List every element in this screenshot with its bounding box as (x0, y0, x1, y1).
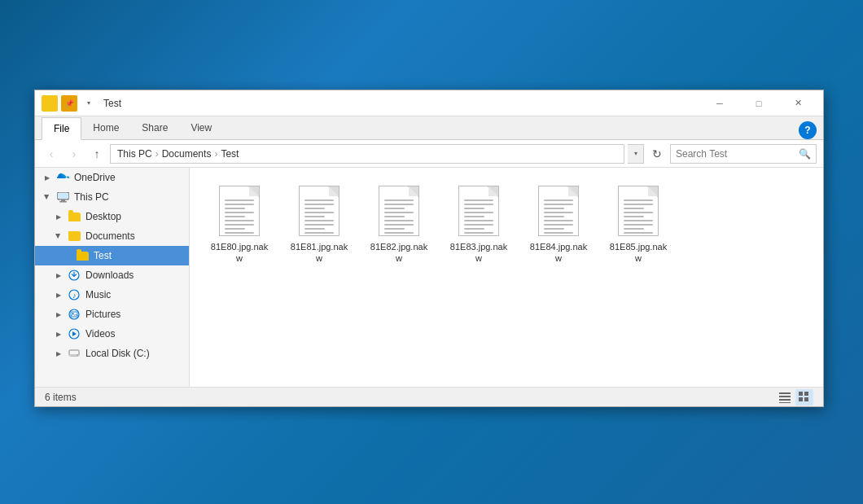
downloads-icon (68, 269, 81, 282)
minimize-button[interactable]: ─ (701, 90, 738, 116)
status-bar: 6 items (35, 387, 823, 406)
breadcrumb-sep2: › (214, 148, 217, 160)
file-grid: 81E80.jpg.nakw (203, 177, 810, 273)
sidebar-item-localdisk[interactable]: ▶ Local Disk (C:) (35, 344, 189, 363)
file-icon (299, 186, 340, 236)
tab-home[interactable]: Home (81, 116, 130, 139)
sidebar-item-videos[interactable]: ▶ Videos (35, 324, 189, 344)
quick-access-toolbar: 📌 ▾ (42, 95, 97, 112)
sidebar-item-downloads[interactable]: ▶ Downloads (35, 265, 189, 285)
videos-icon (68, 327, 81, 340)
ribbon-tab-bar: File Home Share View ? (35, 116, 823, 139)
sidebar-item-desktop[interactable]: ▶ Desktop (35, 207, 189, 226)
file-icon (458, 186, 499, 236)
file-icon (379, 186, 419, 236)
file-icon (219, 186, 260, 236)
address-dropdown-btn[interactable]: ▾ (628, 144, 644, 164)
pin-icon: 📌 (65, 99, 74, 107)
file-name: 81E82.jpg.nakw (367, 241, 431, 265)
expand-arrow-localdisk: ▶ (53, 348, 64, 359)
tab-share[interactable]: Share (130, 116, 179, 139)
svg-rect-20 (804, 392, 808, 396)
sidebar-label-music: Music (85, 289, 111, 300)
pc-icon (56, 191, 69, 204)
file-name: 81E83.jpg.nakw (447, 241, 510, 265)
breadcrumb-thispc[interactable]: This PC (117, 148, 152, 160)
sidebar-label-downloads: Downloads (85, 270, 134, 281)
file-name: 81E80.jpg.nakw (208, 241, 271, 265)
file-item[interactable]: 81E82.jpg.nakw (362, 177, 436, 273)
file-item[interactable]: 81E81.jpg.nakw (283, 177, 356, 273)
view-toggle (776, 389, 813, 405)
svg-rect-2 (61, 199, 65, 201)
search-box[interactable]: 🔍 (670, 144, 817, 164)
onedrive-icon (56, 171, 69, 184)
file-item[interactable]: 81E80.jpg.nakw (203, 177, 276, 273)
main-area: ▶ OneDrive ▶ This PC ▶ Deskto (35, 168, 823, 387)
sidebar-item-onedrive[interactable]: ▶ OneDrive (35, 168, 189, 187)
svg-rect-15 (779, 392, 791, 394)
breadcrumb-test[interactable]: Test (221, 148, 239, 160)
view-icons-button[interactable] (795, 389, 813, 405)
svg-text:♪: ♪ (72, 291, 77, 300)
search-icon-button[interactable]: 🔍 (799, 148, 811, 160)
file-name: 81E84.jpg.nakw (527, 241, 590, 265)
folder-icon-desktop (68, 210, 81, 223)
sidebar-item-pictures[interactable]: ▶ Pictures (35, 305, 189, 324)
search-input[interactable] (676, 148, 799, 160)
svg-marker-11 (72, 331, 77, 336)
svg-point-14 (77, 354, 78, 356)
sidebar-item-thispc[interactable]: ▶ This PC (35, 187, 189, 207)
refresh-button[interactable]: ↻ (647, 144, 667, 164)
drive-icon (68, 347, 81, 360)
file-name: 81E81.jpg.nakw (287, 241, 351, 265)
status-count: 6 items (45, 392, 776, 403)
sidebar-item-test[interactable]: Test (35, 246, 189, 265)
sidebar-label-pictures: Pictures (85, 309, 120, 320)
up-button[interactable]: ↑ (87, 144, 107, 164)
tab-file[interactable]: File (42, 117, 81, 140)
breadcrumb-documents[interactable]: Documents (162, 148, 212, 160)
tab-view[interactable]: View (179, 116, 223, 139)
expand-arrow-music: ▶ (53, 289, 64, 300)
folder-icon-documents (68, 230, 81, 243)
svg-rect-19 (799, 392, 803, 396)
expand-arrow-videos: ▶ (53, 328, 64, 340)
sidebar-label-documents: Documents (85, 230, 135, 242)
file-item[interactable]: 81E85.jpg.nakw (602, 177, 675, 273)
expand-arrow-documents: ▶ (53, 230, 64, 242)
file-area: 81E80.jpg.nakw (190, 168, 823, 387)
sidebar-label-localdisk: Local Disk (C:) (85, 348, 150, 359)
file-name: 81E85.jpg.nakw (607, 241, 670, 265)
sidebar-item-documents[interactable]: ▶ Documents (35, 226, 189, 246)
title-bar: 📌 ▾ Test ─ □ ✕ (35, 90, 823, 116)
file-icon (618, 186, 659, 236)
sidebar-item-music[interactable]: ▶ ♪ Music (35, 285, 189, 305)
quick-access-btn1[interactable] (42, 95, 58, 112)
address-path[interactable]: This PC › Documents › Test (110, 144, 624, 164)
expand-arrow-desktop: ▶ (53, 211, 64, 222)
pictures-icon (68, 308, 81, 321)
close-button[interactable]: ✕ (779, 90, 817, 116)
view-details-button[interactable] (776, 389, 794, 405)
ribbon: File Home Share View ? (35, 116, 823, 140)
quick-access-dropdown[interactable]: ▾ (81, 95, 97, 112)
folder-icon-test (76, 249, 89, 262)
address-bar: ‹ › ↑ This PC › Documents › Test ▾ ↻ 🔍 (35, 140, 823, 168)
back-button[interactable]: ‹ (42, 144, 61, 164)
maximize-button[interactable]: □ (740, 90, 778, 116)
svg-rect-18 (779, 402, 791, 403)
quick-access-btn2[interactable]: 📌 (61, 95, 77, 112)
svg-rect-1 (58, 193, 68, 199)
sidebar-label-onedrive: OneDrive (74, 172, 116, 183)
file-item[interactable]: 81E84.jpg.nakw (522, 177, 595, 273)
forward-button[interactable]: › (64, 144, 84, 164)
sidebar-label-videos: Videos (85, 328, 115, 340)
expand-arrow-thispc: ▶ (42, 191, 53, 203)
help-button[interactable]: ? (799, 121, 817, 139)
window-controls: ─ □ ✕ (701, 90, 817, 116)
file-item[interactable]: 81E83.jpg.nakw (442, 177, 515, 273)
music-icon: ♪ (68, 288, 81, 301)
svg-rect-17 (779, 399, 791, 401)
explorer-window: 📌 ▾ Test ─ □ ✕ File Home Share View ? ‹ … (34, 90, 824, 407)
